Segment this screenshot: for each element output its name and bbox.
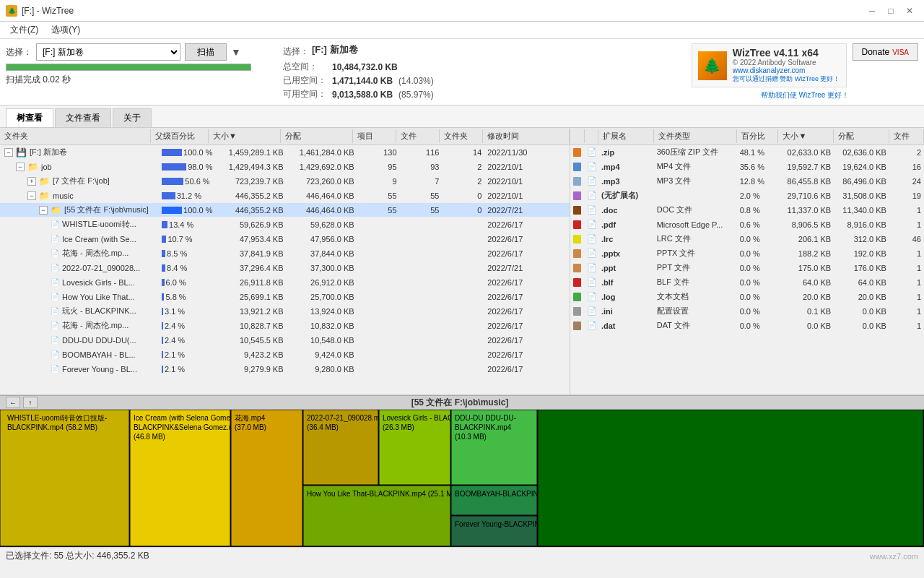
alloc-cell: 1,461,284.0 KB — [287, 147, 357, 158]
pct-cell: 10.7 % — [159, 234, 215, 244]
tab-about[interactable]: 关于 — [113, 108, 152, 127]
ext-body[interactable]: 📄 .zip 360压缩 ZIP 文件 48.1 % 02,633.0 KB 0… — [570, 145, 924, 394]
folders-cell — [442, 253, 484, 254]
table-row[interactable]: 📄 Ice Cream (with Se... 10.7 % 47,953.4 … — [0, 232, 570, 246]
ext-col-size[interactable]: 大小▼ — [778, 129, 834, 143]
size-cell: 1,459,289.1 KB — [215, 147, 286, 158]
tab-file-view[interactable]: 文件查看 — [55, 108, 111, 127]
table-row[interactable]: 📄 DDU-DU DDU-DU(... 2.4 % 10,545.5 KB 10… — [0, 333, 570, 348]
pct-cell: 100.0 % — [159, 205, 215, 215]
alloc-cell: 446,464.0 KB — [287, 205, 357, 215]
treemap[interactable]: WHISTLE-uoomi转音效口技版-BLACKPINK.mp4 (58.2 … — [0, 410, 924, 547]
donate-button[interactable]: Donate VISA — [853, 43, 919, 61]
table-row[interactable]: − 📁 [55 文件在 F:\job\music] 100.0 % 446,35… — [0, 203, 570, 217]
list-item[interactable]: 📄 .ppt PPT 文件 0.0 % 175.0 KB 176.0 KB 1 — [570, 261, 924, 275]
ext-col-files[interactable]: 文件 — [889, 129, 924, 143]
expand-icon[interactable]: − — [27, 191, 36, 200]
list-item[interactable]: 📄 .ini 配置设置 0.0 % 0.1 KB 0.0 KB 1 — [570, 304, 924, 319]
col-alloc[interactable]: 分配 — [281, 129, 353, 143]
folder-icon: 📁 — [39, 176, 50, 186]
drive-select[interactable]: [F:] 新加卷 — [36, 43, 180, 61]
table-row[interactable]: 📄 玩火 - BLACKPINK... 3.1 % 13,921.2 KB 13… — [0, 304, 570, 319]
expand-icon[interactable]: − — [16, 163, 25, 171]
icon-cell: 📄 — [584, 320, 598, 331]
scan-label: 选择： — [6, 46, 32, 59]
pct-text: 2.1 % — [165, 365, 185, 374]
svg-text:DDU-DU DDU-DU-: DDU-DU DDU-DU- — [455, 414, 516, 422]
list-item[interactable]: 📄 .dat DAT 文件 0.0 % 0.0 KB 0.0 KB 1 — [570, 319, 924, 333]
table-row[interactable]: − 📁 music 31.2 % 446,355.2 KB 446,464.0 … — [0, 189, 570, 203]
scan-button[interactable]: 扫描 — [185, 43, 227, 61]
modified-cell: 2022/6/17 — [484, 277, 570, 288]
table-row[interactable]: 📄 BOOMBAYAH - BL... 2.1 % 9,423.2 KB 9,4… — [0, 348, 570, 362]
nav-up-button[interactable]: ↑ — [23, 397, 38, 408]
ext-col-pct[interactable]: 百分比 — [737, 129, 779, 143]
col-files[interactable]: 文件 — [396, 129, 440, 143]
ext-files: 2 — [889, 147, 924, 158]
list-item[interactable]: 📄 .mp3 MP3 文件 12.8 % 86,455.8 KB 86,496.… — [570, 174, 924, 189]
list-item[interactable]: 📄 .log 文本文档 0.0 % 20.0 KB 20.0 KB 1 — [570, 290, 924, 304]
filter-icon[interactable]: ▼ — [231, 46, 241, 58]
ext-col-alloc[interactable]: 分配 — [834, 129, 889, 143]
ext-size: 11,337.0 KB — [778, 205, 834, 215]
folders-cell — [442, 368, 484, 370]
table-row[interactable]: 📄 Lovesick Girls - BL... 6.0 % 26,911.8 … — [0, 275, 570, 290]
svg-text:(26.3 MB): (26.3 MB) — [383, 423, 414, 431]
item-name: job — [41, 163, 52, 171]
pct-text: 2.4 % — [165, 322, 185, 330]
window-title: [F:] - WizTree — [22, 6, 74, 16]
table-row[interactable]: − 💾 [F:] 新加卷 100.0 % 1,459,289.1 KB 1,46… — [0, 145, 570, 160]
file-type-name: DOC 文件 — [654, 204, 737, 216]
donate-hint[interactable]: 帮助我们使 WizTree 更好！ — [761, 90, 849, 100]
items-cell: 55 — [357, 191, 400, 201]
files-cell — [400, 368, 443, 370]
expand-icon[interactable]: − — [39, 206, 48, 215]
wiztree-url[interactable]: www.diskanalyzer.com — [733, 66, 840, 74]
tree-body[interactable]: − 💾 [F:] 新加卷 100.0 % 1,459,289.1 KB 1,46… — [0, 145, 570, 394]
ext-files: 1 — [889, 321, 924, 331]
col-pct[interactable]: 父级百分比 — [151, 129, 209, 143]
pct-text: 8.4 % — [167, 264, 187, 272]
table-row[interactable]: + 📁 [7 文件在 F:\job] 50.6 % 723,239.7 KB 7… — [0, 174, 570, 189]
list-item[interactable]: 📄 (无扩展名) 2.0 % 29,710.6 KB 31,508.0 KB 1… — [570, 189, 924, 203]
file-icon: 📄 — [51, 336, 59, 344]
items-cell — [357, 296, 400, 298]
folders-cell: 0 — [442, 205, 484, 215]
close-button[interactable]: ✕ — [901, 2, 918, 20]
col-modified[interactable]: 修改时间 — [483, 129, 570, 143]
list-item[interactable]: 📄 .zip 360压缩 ZIP 文件 48.1 % 02,633.0 KB 0… — [570, 145, 924, 160]
table-row[interactable]: 📄 花海 - 周杰伦.mp... 8.5 % 37,841.9 KB 37,84… — [0, 246, 570, 261]
list-item[interactable]: 📄 .lrc LRC 文件 0.0 % 206.1 KB 312.0 KB 46 — [570, 232, 924, 246]
folders-cell: 2 — [442, 162, 484, 172]
table-row[interactable]: 📄 Forever Young - BL... 2.1 % 9,279.9 KB… — [0, 362, 570, 376]
list-item[interactable]: 📄 .doc DOC 文件 0.8 % 11,337.0 KB 11,340.0… — [570, 203, 924, 217]
list-item[interactable]: 📄 .pdf Microsoft Edge P... 0.6 % 8,906.5… — [570, 217, 924, 232]
ext-col-type[interactable]: 文件类型 — [654, 129, 737, 143]
items-cell: 9 — [357, 176, 400, 186]
table-row[interactable]: 📄 2022-07-21_090028... 8.4 % 37,296.4 KB… — [0, 261, 570, 275]
list-item[interactable]: 📄 .mp4 MP4 文件 35.6 % 19,592.7 KB 19,624.… — [570, 160, 924, 174]
ext-size: 188.2 KB — [778, 249, 834, 259]
pct-text: 13.4 % — [169, 220, 193, 229]
menu-options[interactable]: 选项(Y) — [45, 22, 86, 38]
table-row[interactable]: 📄 WHISTLE-uoomi转... 13.4 % 59,626.9 KB 5… — [0, 217, 570, 232]
maximize-button[interactable]: □ — [882, 2, 899, 20]
table-row[interactable]: 📄 How You Like That... 5.8 % 25,699.1 KB… — [0, 290, 570, 304]
list-item[interactable]: 📄 .blf BLF 文件 0.0 % 64.0 KB 64.0 KB 1 — [570, 275, 924, 290]
ext-col-ext[interactable]: 扩展名 — [598, 129, 654, 143]
col-size[interactable]: 大小▼ — [209, 129, 281, 143]
table-row[interactable]: − 📁 job 98.0 % 1,429,494.3 KB 1,429,692.… — [0, 160, 570, 174]
item-name: BOOMBAYAH - BL... — [62, 350, 136, 359]
table-row[interactable]: 📄 花海 - 周杰伦.mp... 2.4 % 10,828.7 KB 10,83… — [0, 319, 570, 333]
menu-file[interactable]: 文件(Z) — [4, 22, 44, 38]
ext-name: .zip — [598, 147, 654, 158]
nav-back-button[interactable]: ← — [6, 397, 20, 408]
col-folders[interactable]: 文件夹 — [440, 129, 483, 143]
expand-icon[interactable]: + — [27, 177, 36, 186]
minimize-button[interactable]: ─ — [863, 2, 881, 20]
list-item[interactable]: 📄 .pptx PPTX 文件 0.0 % 188.2 KB 192.0 KB … — [570, 246, 924, 261]
col-items[interactable]: 项目 — [353, 129, 396, 143]
tab-tree-view[interactable]: 树查看 — [6, 108, 53, 127]
pct-text: 3.1 % — [165, 307, 185, 316]
expand-icon[interactable]: − — [4, 148, 13, 157]
